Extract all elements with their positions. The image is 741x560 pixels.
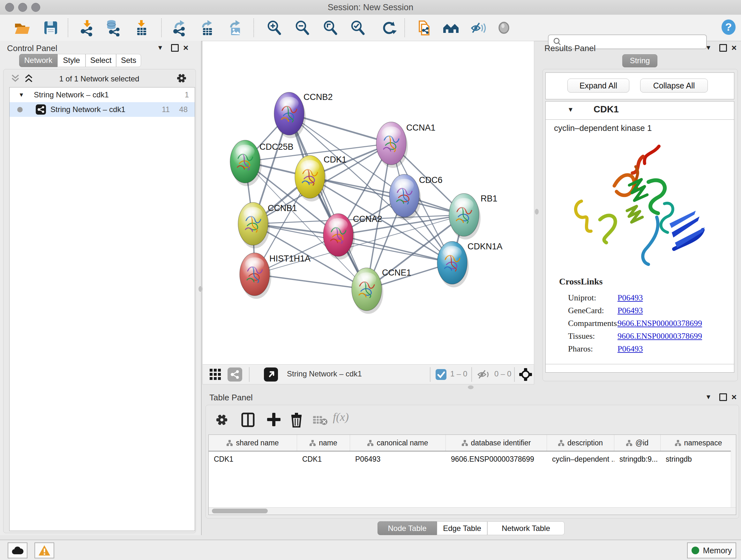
save-session-icon[interactable] xyxy=(42,19,59,37)
network-node[interactable] xyxy=(389,174,421,220)
control-panel-float-icon[interactable] xyxy=(171,44,179,52)
network-canvas[interactable]: CCNB2CCNA1CDC25BCDK1CDC6RB1CCNB1CCNA2CDK… xyxy=(202,41,534,365)
tab-style[interactable]: Style xyxy=(57,54,85,67)
import-network-database-icon[interactable] xyxy=(105,19,122,37)
horizontal-splitter-handle[interactable] xyxy=(468,385,474,389)
crosslink-value-link[interactable]: P06493 xyxy=(617,344,643,354)
zoom-out-icon[interactable] xyxy=(293,19,311,37)
network-node[interactable] xyxy=(323,213,355,260)
open-session-icon[interactable] xyxy=(13,19,30,37)
column-header-name[interactable]: name xyxy=(297,435,350,451)
network-node-count: 11 xyxy=(162,102,170,117)
results-panel-collapse-icon[interactable]: ▼ xyxy=(705,44,712,51)
network-node[interactable] xyxy=(230,140,262,186)
tab-string[interactable]: String xyxy=(622,54,657,67)
hide-eye-icon[interactable] xyxy=(470,19,487,37)
zoom-selected-icon[interactable] xyxy=(349,19,366,37)
birds-eye-toggle-icon[interactable] xyxy=(519,368,532,381)
control-panel-close-icon[interactable]: × xyxy=(183,43,188,53)
delete-column-trash-icon[interactable] xyxy=(289,412,304,428)
import-table-file-icon[interactable] xyxy=(133,19,150,37)
vertical-splitter-handle[interactable] xyxy=(199,286,202,292)
network-edge-count: 48 xyxy=(179,102,188,117)
hidden-counts: 0 – 0 xyxy=(494,369,511,378)
expand-all-button[interactable]: Expand All xyxy=(567,78,629,92)
table-cell[interactable]: cyclin–dependent ... xyxy=(547,451,614,467)
network-options-gear-icon[interactable] xyxy=(176,72,187,84)
zoom-fit-icon[interactable] xyxy=(322,19,339,37)
column-header-description[interactable]: description xyxy=(547,435,614,451)
table-cell[interactable]: 9606.ENSP00000378699 xyxy=(446,451,547,467)
collapse-all-button[interactable]: Collapse All xyxy=(640,78,708,92)
table-panel-close-icon[interactable]: × xyxy=(731,392,737,402)
tab-network[interactable]: Network xyxy=(19,54,57,67)
table-data-row[interactable]: CDK1CDK1P064939606.ENSP00000378699cyclin… xyxy=(209,451,736,467)
column-header-namespace[interactable]: namespace xyxy=(661,435,736,451)
crosslink-value-link[interactable]: 9606.ENSP00000378699 xyxy=(617,319,702,328)
home-networks-icon[interactable] xyxy=(442,19,460,37)
tab-edge-table[interactable]: Edge Table xyxy=(437,521,487,535)
collection-disclosure-icon[interactable]: ▼ xyxy=(18,87,24,102)
crosslink-value-link[interactable]: 9606.ENSP00000378699 xyxy=(617,331,702,341)
network-row[interactable]: String Network – cdk1 11 48 xyxy=(10,102,195,117)
grid-view-icon[interactable] xyxy=(210,369,222,380)
network-node[interactable] xyxy=(238,202,270,248)
scrollbar-thumb[interactable] xyxy=(212,509,268,513)
export-image-icon[interactable] xyxy=(226,19,244,37)
column-header-shared-name[interactable]: shared name xyxy=(209,435,297,451)
table-vertical-scrollbar[interactable] xyxy=(731,451,736,508)
gene-disclosure-icon[interactable]: ▼ xyxy=(567,106,574,113)
refresh-icon[interactable] xyxy=(381,19,398,37)
help-icon[interactable]: ? xyxy=(720,18,737,36)
birds-eye-view-icon[interactable] xyxy=(495,19,513,37)
column-header-canonical-name[interactable]: canonical name xyxy=(350,435,446,451)
table-cell[interactable]: CDK1 xyxy=(209,451,297,467)
network-node[interactable] xyxy=(274,92,306,138)
table-panel-collapse-icon[interactable]: ▼ xyxy=(705,393,712,401)
table-cell[interactable]: stringdb:9... xyxy=(614,451,661,467)
table-cell[interactable]: stringdb xyxy=(661,451,736,467)
expand-all-icon[interactable] xyxy=(23,74,34,83)
import-network-file-icon[interactable] xyxy=(78,19,96,37)
column-header--id[interactable]: @id xyxy=(614,435,661,451)
selected-checkbox-icon[interactable] xyxy=(435,369,447,380)
tab-sets[interactable]: Sets xyxy=(116,54,141,67)
tab-select[interactable]: Select xyxy=(85,54,116,67)
open-in-window-icon[interactable] xyxy=(264,368,278,381)
collapse-all-icon[interactable] xyxy=(10,74,21,83)
application-window: Session: New Session ? Control Panel ▼ xyxy=(0,0,741,560)
gene-name: CDK1 xyxy=(594,104,619,115)
export-table-icon[interactable] xyxy=(199,19,216,37)
tab-network-table[interactable]: Network Table xyxy=(487,521,564,535)
control-panel-collapse-icon[interactable]: ▼ xyxy=(157,44,163,51)
network-edge[interactable] xyxy=(255,274,367,289)
zoom-in-icon[interactable] xyxy=(266,19,283,37)
results-panel-float-icon[interactable] xyxy=(719,44,727,52)
network-node[interactable] xyxy=(449,193,481,240)
table-cell[interactable]: CDK1 xyxy=(297,451,350,467)
tab-node-table[interactable]: Node Table xyxy=(378,521,437,535)
toolbar-separator xyxy=(514,367,515,382)
copy-document-icon[interactable] xyxy=(415,19,433,37)
table-cell[interactable]: P06493 xyxy=(350,451,446,467)
network-node[interactable] xyxy=(437,241,469,287)
crosslink-value-link[interactable]: P06493 xyxy=(617,293,643,303)
table-settings-gear-icon[interactable] xyxy=(215,413,229,427)
table-horizontal-scrollbar[interactable] xyxy=(209,507,736,515)
results-panel-close-icon[interactable]: × xyxy=(731,43,737,53)
cloud-status-button[interactable] xyxy=(8,543,27,558)
create-column-icon[interactable] xyxy=(266,412,281,427)
network-node[interactable] xyxy=(240,253,271,299)
network-node[interactable] xyxy=(352,268,383,314)
column-header-database-identifier[interactable]: database identifier xyxy=(446,435,547,451)
network-collection-row[interactable]: ▼ String Network – cdk1 1 xyxy=(10,87,195,102)
memory-button[interactable]: Memory xyxy=(687,543,736,558)
crosslink-value-link[interactable]: P06493 xyxy=(617,306,643,315)
show-columns-icon[interactable] xyxy=(241,412,255,428)
table-panel-float-icon[interactable] xyxy=(719,393,727,401)
network-overview-icon[interactable] xyxy=(227,368,242,381)
export-network-icon[interactable] xyxy=(171,19,188,37)
warnings-button[interactable] xyxy=(35,543,54,558)
window-title: Session: New Session xyxy=(0,3,741,12)
vertical-splitter-handle[interactable] xyxy=(535,209,539,214)
